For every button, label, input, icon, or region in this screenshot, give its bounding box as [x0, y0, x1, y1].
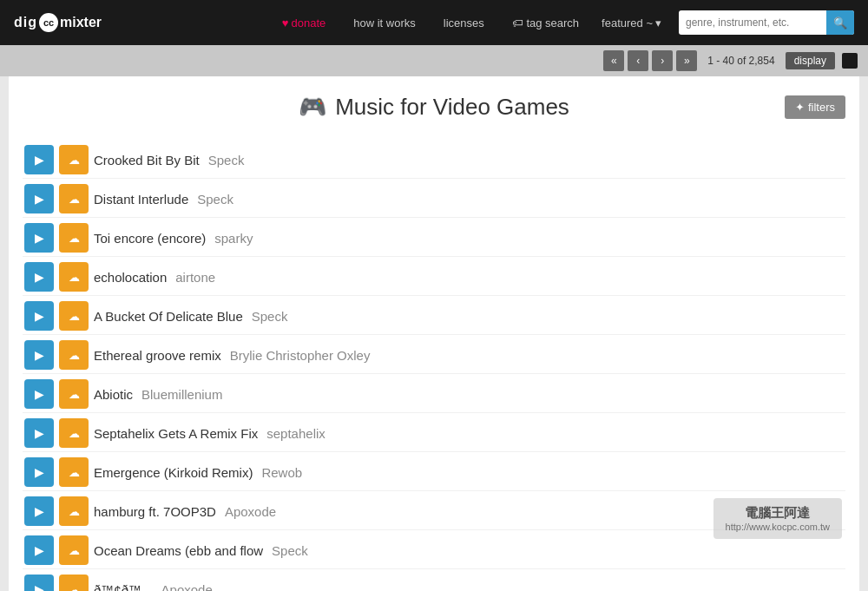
track-row: ▶ ☁ Ocean Dreams (ebb and flow Speck [23, 532, 845, 569]
play-button[interactable]: ▶ [24, 301, 54, 331]
download-button[interactable]: ☁ [59, 575, 89, 591]
track-artist: Speck [272, 543, 308, 558]
track-artist: Speck [208, 153, 245, 167]
track-row: ▶ ☁ Distant Interlude Speck [23, 181, 845, 218]
download-button[interactable]: ☁ [59, 496, 89, 526]
track-row: ▶ ☁ ð™¢ð™... Apoxode [23, 571, 845, 591]
filters-button[interactable]: ✦ filters [785, 95, 845, 119]
download-button[interactable]: ☁ [59, 262, 89, 292]
track-artist: Apoxode [225, 504, 276, 519]
track-title: Distant Interlude [94, 192, 188, 207]
logo-cc-badge: cc [39, 13, 58, 32]
track-artist: septahelix [266, 426, 326, 441]
download-button[interactable]: ☁ [59, 457, 89, 487]
track-row: ▶ ☁ Emergence (Kirkoid Remix) Rewob [23, 454, 845, 491]
chevron-down-icon: ▾ [655, 16, 661, 30]
play-button[interactable]: ▶ [24, 575, 54, 591]
search-icon: 🔍 [833, 16, 847, 30]
track-title: Septahelix Gets A Remix Fix [94, 426, 258, 441]
donate-link[interactable]: ♥donate [277, 13, 331, 33]
track-title: Emergence (Kirkoid Remix) [94, 465, 253, 480]
first-page-button[interactable]: « [603, 50, 624, 71]
play-button[interactable]: ▶ [24, 340, 54, 370]
track-artist: sparky [214, 231, 253, 246]
track-row: ▶ ☁ hamburg ft. 7OOP3D Apoxode [23, 493, 845, 530]
pagination-bar: « ‹ › » 1 - 40 of 2,854 display [0, 45, 868, 76]
track-row: ▶ ☁ Septahelix Gets A Remix Fix septahel… [23, 415, 845, 452]
logo-mixter-text: mixter [60, 15, 102, 30]
tag-search-link[interactable]: 🏷 tag search [507, 13, 584, 33]
track-title: Crooked Bit By Bit [94, 153, 200, 167]
logo-dig-text: dig [14, 15, 37, 30]
how-it-works-link[interactable]: how it works [348, 13, 421, 33]
play-button[interactable]: ▶ [24, 145, 54, 174]
search-input[interactable] [679, 16, 826, 29]
track-artist: Apoxode [161, 582, 213, 592]
licenses-link[interactable]: licenses [438, 13, 490, 33]
track-list: ▶ ☁ Crooked Bit By Bit Speck ▶ ☁ Distant… [23, 141, 845, 591]
play-button[interactable]: ▶ [24, 262, 54, 292]
logo[interactable]: dig cc mixter [14, 13, 102, 32]
track-row: ▶ ☁ Abiotic Bluemillenium [23, 376, 845, 413]
header: dig cc mixter ♥donate how it works licen… [0, 0, 868, 45]
play-button[interactable]: ▶ [24, 457, 54, 487]
download-button[interactable]: ☁ [59, 223, 89, 253]
page-title-row: 🎮 Music for Video Games ✦ filters [23, 94, 845, 121]
display-button[interactable]: display [786, 52, 835, 69]
heart-icon: ♥ [282, 16, 289, 30]
pagination-info: 1 - 40 of 2,854 [707, 55, 774, 67]
track-row: ▶ ☁ Ethereal groove remix Brylie Christo… [23, 337, 845, 374]
track-title: hamburg ft. 7OOP3D [94, 504, 216, 519]
track-title: Toi encore (encore) [94, 231, 206, 246]
track-artist: Bluemillenium [141, 387, 222, 402]
tag-icon: 🏷 [512, 16, 527, 30]
play-button[interactable]: ▶ [24, 535, 54, 565]
track-artist: airtone [175, 270, 215, 285]
track-title: Abiotic [94, 387, 133, 402]
download-button[interactable]: ☁ [59, 340, 89, 370]
download-button[interactable]: ☁ [59, 184, 89, 213]
featured-dropdown[interactable]: featured ~ ▾ [602, 16, 661, 30]
track-title: A Bucket Of Delicate Blue [94, 309, 243, 324]
download-button[interactable]: ☁ [59, 418, 89, 448]
track-title: ð™¢ð™... [94, 582, 153, 592]
play-button[interactable]: ▶ [24, 223, 54, 253]
track-artist: Speck [252, 309, 288, 324]
play-button[interactable]: ▶ [24, 379, 54, 409]
prev-page-button[interactable]: ‹ [628, 50, 648, 71]
play-button[interactable]: ▶ [24, 184, 54, 213]
download-button[interactable]: ☁ [59, 301, 89, 331]
play-button[interactable]: ▶ [24, 418, 54, 448]
track-row: ▶ ☁ A Bucket Of Delicate Blue Speck [23, 298, 845, 335]
track-artist: Speck [197, 192, 233, 207]
last-page-button[interactable]: » [676, 50, 697, 71]
download-button[interactable]: ☁ [59, 535, 89, 565]
next-page-button[interactable]: › [652, 50, 673, 71]
gamepad-icon: 🎮 [299, 94, 326, 121]
track-artist: Rewob [261, 465, 302, 480]
track-title: echolocation [94, 270, 167, 285]
page-title: 🎮 Music for Video Games [299, 94, 569, 121]
search-button[interactable]: 🔍 [826, 10, 854, 35]
track-row: ▶ ☁ Crooked Bit By Bit Speck [23, 141, 845, 179]
main-content: 🎮 Music for Video Games ✦ filters ▶ ☁ Cr… [9, 76, 859, 591]
search-bar: 🔍 [679, 10, 854, 35]
play-button[interactable]: ▶ [24, 496, 54, 526]
track-title: Ocean Dreams (ebb and flow [94, 543, 263, 558]
track-title: Ethereal groove remix [94, 348, 221, 363]
download-button[interactable]: ☁ [59, 145, 89, 174]
view-toggle[interactable] [842, 53, 858, 69]
track-artist: Brylie Christopher Oxley [230, 348, 371, 363]
track-row: ▶ ☁ echolocation airtone [23, 259, 845, 296]
download-button[interactable]: ☁ [59, 379, 89, 409]
track-row: ▶ ☁ Toi encore (encore) sparky [23, 220, 845, 257]
